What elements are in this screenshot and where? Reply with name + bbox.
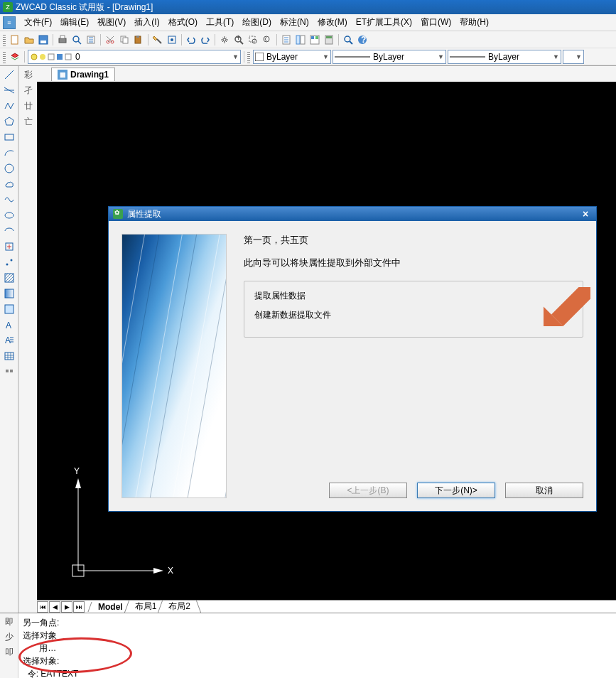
svg-rect-38 [57,54,63,60]
grip[interactable] [3,50,6,63]
rectangle-icon[interactable] [2,130,16,144]
menu-window[interactable]: 窗口(W) [416,15,455,30]
linetype-dropdown[interactable]: ByLayer ▼ [333,50,446,64]
dialog-description: 此向导可以将块属性提取到外部文件中 [244,257,583,269]
close-icon[interactable]: × [579,208,592,220]
undo-icon[interactable] [185,33,198,46]
layout-last-icon[interactable]: ⏭ [73,601,85,613]
layer-dropdown[interactable]: 0 ▼ [28,50,241,64]
spline-icon[interactable] [2,193,16,207]
next-button[interactable]: 下一步(N)> [417,483,495,498]
circle-icon[interactable] [2,161,16,176]
properties-icon[interactable] [280,33,293,46]
calc-icon[interactable] [323,33,335,46]
ellipse-icon[interactable] [2,208,16,222]
design-center-icon[interactable] [294,33,307,46]
command-history[interactable]: 另一角点: 选择对象 用… 选择对象: 令: EATTEXT [18,613,616,678]
menu-tools[interactable]: 工具(T) [202,15,238,30]
layout-tab-2[interactable]: 布局2 [163,601,197,613]
paste-icon[interactable] [132,33,145,46]
print-icon[interactable] [56,33,69,46]
help-icon[interactable]: ? [356,33,369,46]
menu-draw[interactable]: 绘图(D) [238,15,276,30]
region-icon[interactable] [2,302,16,316]
point-icon[interactable] [2,255,16,269]
svg-marker-46 [5,117,13,125]
title-bar: Z ZWCAD Classic 试用版 - [Drawing1] [0,0,616,14]
more-icon[interactable] [2,365,16,379]
app-menu-icon[interactable]: ≡ [3,16,16,29]
dialog-titlebar[interactable]: 属性提取 × [109,207,596,221]
table-icon[interactable] [2,349,16,363]
color-dropdown[interactable]: ByLayer ▼ [253,50,331,64]
cmd-line-4: 选择对象: [23,655,612,667]
layout-tab-model[interactable]: Model [92,602,129,612]
layer-manager-icon[interactable] [9,50,21,63]
match-icon[interactable] [151,33,164,46]
dialog-body: 第一页，共五页 此向导可以将块属性提取到外部文件中 提取属性数据 创建新数据提取… [109,221,596,511]
zoom-win-icon[interactable] [247,33,259,46]
copy-icon[interactable] [118,33,131,46]
mtext-icon[interactable]: A [2,333,16,348]
redo-icon[interactable] [199,33,212,46]
grip[interactable] [247,50,250,63]
app-title: ZWCAD Classic 试用版 - [Drawing1] [16,1,153,14]
standard-toolbar: + ? [0,31,616,48]
cancel-button[interactable]: 取消 [505,483,583,498]
menu-modify[interactable]: 修改(M) [313,15,352,30]
cmd-line-2: 选择对象 [23,629,612,642]
line-icon[interactable] [2,68,16,82]
save-icon[interactable] [37,33,50,46]
open-icon[interactable] [23,33,36,46]
publish-icon[interactable] [85,33,97,46]
arc-icon[interactable] [2,146,16,160]
zoom-rt-icon[interactable]: + [232,33,245,46]
modify-tool-1-icon[interactable]: 彩 [21,68,36,82]
gradient-icon[interactable] [2,286,16,301]
svg-point-31 [345,36,350,42]
zoom-prev-icon[interactable] [261,33,274,46]
modify-tool-2-icon[interactable]: 孑 [21,83,36,97]
plotstyle-dropdown[interactable]: ▼ [563,50,584,64]
polygon-icon[interactable] [2,114,16,129]
polyline-icon[interactable] [2,99,16,113]
menu-help[interactable]: 帮助(H) [455,15,493,30]
option-create-new[interactable]: 创建新数据提取文件 [254,309,573,321]
menu-file[interactable]: 文件(F) [20,15,56,30]
text-icon[interactable]: A [2,318,16,332]
drawing-canvas[interactable]: Y X 属性提取 × 第一页，共五页 此向导可以将块属性提 [37,82,616,600]
lineweight-dropdown[interactable]: ByLayer ▼ [448,50,561,64]
tool-palette-icon[interactable] [308,33,321,46]
doc-title: Drawing1 [70,70,109,80]
ellipse-arc-icon[interactable] [2,224,16,238]
menu-dim[interactable]: 标注(N) [276,15,313,30]
revision-cloud-icon[interactable] [2,177,16,191]
layout-next-icon[interactable]: ▶ [61,601,72,613]
cut-icon[interactable] [104,33,117,46]
preview-icon[interactable] [70,33,83,46]
grip[interactable] [3,33,6,46]
menu-et[interactable]: ET扩展工具(X) [352,15,416,30]
svg-point-16 [223,38,226,41]
menu-edit[interactable]: 编辑(E) [56,15,93,30]
construction-line-icon[interactable] [2,83,16,97]
block-editor-icon[interactable] [166,33,178,46]
document-tab[interactable]: ▦ Drawing1 [51,68,115,81]
menu-insert[interactable]: 插入(I) [130,15,163,30]
chevron-down-icon: ▼ [438,53,444,60]
insert-block-icon[interactable] [2,240,16,254]
menu-format[interactable]: 格式(O) [164,15,202,30]
find-icon[interactable] [342,33,355,46]
layout-prev-icon[interactable]: ◀ [49,601,60,613]
svg-rect-37 [48,54,54,60]
hatch-icon[interactable] [2,271,16,285]
layout-first-icon[interactable]: ⏮ [37,601,48,613]
svg-rect-0 [11,36,18,44]
dialog-buttons: <上一步(B) 下一步(N)> 取消 [244,483,583,498]
menu-view[interactable]: 视图(V) [93,15,130,30]
modify-tool-4-icon[interactable]: 亡 [21,114,36,129]
new-icon[interactable] [9,33,21,46]
pan-icon[interactable] [218,33,231,46]
modify-tool-3-icon[interactable]: 廿 [21,99,36,113]
option-extract[interactable]: 提取属性数据 [254,290,573,302]
